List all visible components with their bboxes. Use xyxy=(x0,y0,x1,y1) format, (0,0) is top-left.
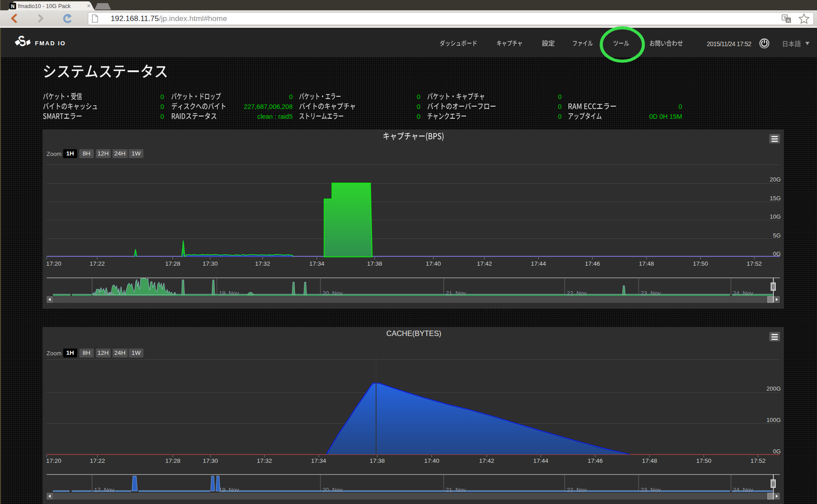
svg-text:N: N xyxy=(11,4,15,9)
svg-text:A: A xyxy=(787,18,790,23)
